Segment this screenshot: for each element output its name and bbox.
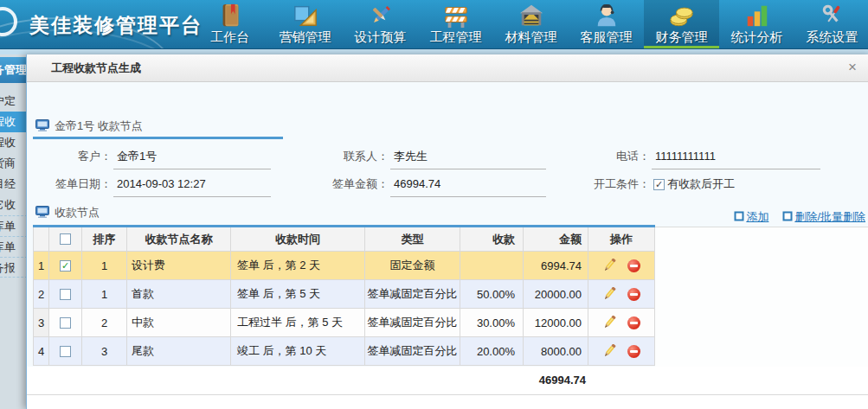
nav-item-label: 设计预算 bbox=[343, 29, 418, 45]
nav-item-label: 工作台 bbox=[192, 29, 267, 45]
left-sidebar: 务管理 户定程收程收货商目经它收库单库单务报 bbox=[0, 49, 28, 409]
delete-minus-icon[interactable] bbox=[627, 259, 640, 272]
sidebar-group-header[interactable]: 务管理 bbox=[0, 57, 28, 83]
field-underline bbox=[390, 196, 546, 197]
phone-label: 电话： bbox=[563, 150, 650, 163]
monitor-icon bbox=[35, 206, 49, 220]
amount-cell: 12000.00 bbox=[524, 309, 588, 336]
sidebar-top-strip bbox=[0, 49, 28, 54]
sidebar-item[interactable]: 库单 bbox=[0, 236, 28, 257]
row-number: 3 bbox=[34, 309, 49, 336]
ruler-icon bbox=[267, 0, 343, 29]
section-title: 金帝1号 收款节点 bbox=[55, 118, 143, 134]
table-row[interactable]: 1✓1设计费签单 后，第 2 天固定金额6994.74 bbox=[34, 252, 655, 280]
nav-item-label: 营销管理 bbox=[267, 29, 343, 45]
select-all-checkbox[interactable] bbox=[60, 233, 71, 245]
nav-item[interactable]: 工作台 bbox=[192, 0, 267, 49]
time-cell: 工程过半 后，第 5 天 bbox=[231, 309, 365, 336]
phone-field[interactable]: 11111111111 bbox=[655, 150, 716, 163]
add-link[interactable]: 添加 bbox=[734, 209, 768, 225]
customer-field[interactable]: 金帝1号 bbox=[117, 150, 157, 163]
column-header: 类型 bbox=[365, 227, 460, 251]
nav-item[interactable]: 工程管理 bbox=[418, 0, 493, 49]
type-cell: 签单减固定百分比 bbox=[365, 280, 460, 308]
nav-item[interactable]: 材料管理 bbox=[493, 0, 569, 49]
start-condition-checkbox[interactable]: ✓ bbox=[653, 179, 665, 190]
table-row[interactable]: 32中款工程过半 后，第 5 天签单减固定百分比30.00%12000.00 bbox=[34, 309, 655, 337]
section-underline bbox=[33, 137, 283, 139]
section-customer-nodes: 金帝1号 收款节点 bbox=[35, 118, 143, 134]
delete-minus-icon[interactable] bbox=[627, 316, 640, 329]
time-cell: 签单 后，第 5 天 bbox=[231, 280, 365, 308]
support-agent-icon bbox=[569, 0, 644, 29]
row-checkbox[interactable] bbox=[60, 289, 71, 300]
sidebar-item[interactable]: 程收 bbox=[0, 112, 28, 132]
row-checkbox[interactable]: ✓ bbox=[60, 260, 71, 272]
start-condition-label: 开工条件： bbox=[563, 177, 650, 191]
nav-item[interactable]: 财务管理 bbox=[644, 0, 719, 49]
nav-item[interactable]: 统计分析 bbox=[719, 0, 794, 49]
column-header: 收款时间 bbox=[231, 227, 365, 251]
table-row[interactable]: 21首款签单 后，第 5 天签单减固定百分比50.00%20000.00 bbox=[34, 280, 655, 309]
edit-pencil-icon[interactable] bbox=[602, 344, 616, 358]
nav-item[interactable]: 客服管理 bbox=[569, 0, 644, 49]
delete-batch-link[interactable]: 删除/批量删除 bbox=[782, 209, 865, 225]
bar-chart-icon bbox=[719, 0, 794, 29]
row-checkbox: ✓ bbox=[49, 252, 82, 279]
order-cell: 3 bbox=[82, 337, 127, 365]
row-checkbox[interactable] bbox=[60, 346, 71, 357]
nav-item[interactable]: 设计预算 bbox=[343, 0, 418, 49]
start-condition-group: ✓ 有收款后开工 bbox=[653, 176, 735, 192]
nav-item-label: 财务管理 bbox=[644, 29, 719, 45]
name-cell: 首款 bbox=[127, 280, 231, 308]
sidebar-item[interactable]: 货商 bbox=[0, 153, 28, 174]
field-underline bbox=[113, 196, 271, 197]
row-checkbox bbox=[49, 337, 82, 365]
delete-minus-icon[interactable] bbox=[627, 288, 640, 301]
field-underline bbox=[652, 169, 820, 169]
order-cell: 1 bbox=[82, 280, 127, 308]
sidebar-item[interactable]: 库单 bbox=[0, 215, 28, 236]
row-checkbox[interactable] bbox=[60, 317, 71, 329]
payment-node-dialog: 工程收款节点生成 × 金帝1号 收款节点 客户： 金帝1号 联系人： 李先生 电… bbox=[26, 54, 868, 409]
contact-field[interactable]: 李先生 bbox=[394, 150, 428, 163]
edit-pencil-icon[interactable] bbox=[602, 316, 616, 329]
close-icon[interactable]: × bbox=[845, 60, 860, 75]
app-title: 美佳装修管理平台 bbox=[29, 12, 203, 39]
type-cell: 签单减固定百分比 bbox=[365, 309, 460, 336]
name-cell: 中款 bbox=[127, 309, 231, 336]
edit-pencil-icon[interactable] bbox=[602, 259, 616, 272]
sidebar-item[interactable]: 户定 bbox=[0, 91, 28, 112]
book-icon bbox=[192, 0, 267, 29]
table-header-row: 排序收款节点名称收款时间类型收款金额操作 bbox=[34, 227, 655, 252]
coins-icon bbox=[644, 0, 719, 29]
percent-cell: 20.00% bbox=[460, 337, 524, 365]
percent-cell: 30.00% bbox=[460, 309, 524, 336]
sidebar-item[interactable]: 程收 bbox=[0, 132, 28, 153]
dialog-header: 工程收款节点生成 × bbox=[27, 54, 868, 82]
column-header bbox=[34, 227, 49, 251]
sign-amount-field[interactable]: 46994.74 bbox=[394, 177, 440, 191]
nav-item-label: 系统设置 bbox=[794, 29, 868, 45]
column-header: 金额 bbox=[524, 227, 588, 251]
row-checkbox bbox=[49, 280, 82, 308]
delete-minus-icon[interactable] bbox=[627, 345, 640, 358]
row-number: 4 bbox=[34, 337, 49, 365]
nav-item-label: 统计分析 bbox=[719, 29, 794, 45]
ops-cell bbox=[588, 252, 655, 279]
sidebar-item[interactable]: 目经 bbox=[0, 174, 28, 195]
sidebar-items: 户定程收程收货商目经它收库单库单务报 bbox=[0, 91, 28, 278]
sign-date-field[interactable]: 2014-09-03 12:27 bbox=[117, 177, 206, 191]
type-cell: 固定金额 bbox=[365, 252, 460, 279]
column-header: 操作 bbox=[588, 227, 655, 251]
column-header: 排序 bbox=[82, 227, 127, 251]
nav-item-label: 材料管理 bbox=[493, 29, 569, 45]
table-row[interactable]: 43尾款竣工 后，第 10 天签单减固定百分比20.00%8000.00 bbox=[34, 337, 655, 366]
sidebar-item[interactable]: 它收 bbox=[0, 195, 28, 215]
edit-pencil-icon[interactable] bbox=[602, 287, 616, 301]
amount-cell: 20000.00 bbox=[524, 280, 588, 308]
amount-cell: 6994.74 bbox=[524, 252, 588, 279]
nav-item[interactable]: 营销管理 bbox=[267, 0, 343, 49]
nav-item[interactable]: 系统设置 bbox=[794, 0, 868, 49]
sidebar-item[interactable]: 务报 bbox=[0, 257, 28, 278]
